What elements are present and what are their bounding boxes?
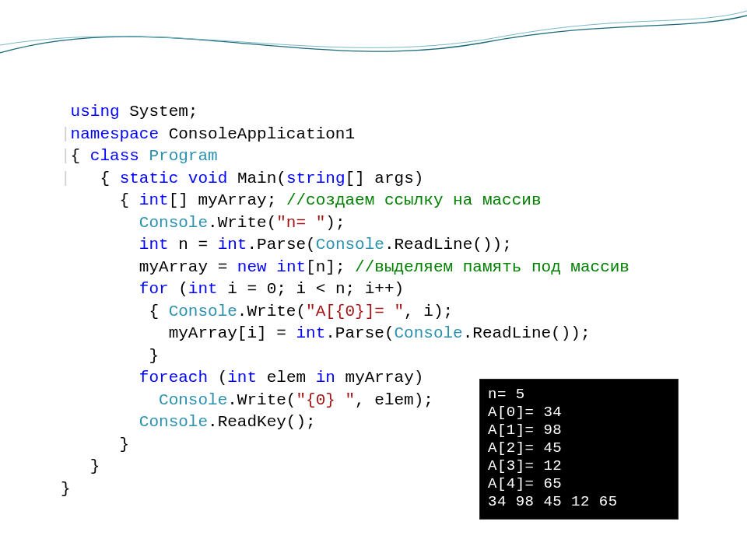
code-line: Console.ReadKey(); bbox=[61, 413, 316, 431]
code-line: } bbox=[61, 347, 159, 365]
console-line: n= 5 bbox=[488, 386, 525, 403]
console-line: A[0]= 34 bbox=[488, 404, 562, 421]
code-line: { int[] myArray; //создаем ссылку на мас… bbox=[61, 191, 542, 209]
code-line: } bbox=[61, 457, 100, 475]
console-line: 34 98 45 12 65 bbox=[488, 493, 618, 510]
console-line: A[3]= 12 bbox=[488, 457, 562, 474]
console-line: A[2]= 45 bbox=[488, 439, 562, 457]
console-line: A[4]= 65 bbox=[488, 475, 562, 492]
code-line: myArray[i] = int.Parse(Console.ReadLine(… bbox=[61, 324, 591, 342]
code-line: foreach (int elem in myArray) bbox=[61, 369, 423, 387]
code-line: |{ class Program bbox=[61, 147, 218, 165]
code-line: int n = int.Parse(Console.ReadLine()); bbox=[61, 236, 512, 254]
code-line: Console.Write("{0} ", elem); bbox=[61, 391, 433, 409]
console-output: n= 5 A[0]= 34 A[1]= 98 A[2]= 45 A[3]= 12… bbox=[479, 379, 679, 520]
code-line: } bbox=[61, 436, 129, 453]
code-line: myArray = new int[n]; //выделяем память … bbox=[61, 258, 630, 276]
console-line: A[1]= 98 bbox=[488, 422, 562, 439]
code-line: | { static void Main(string[] args) bbox=[61, 170, 423, 187]
code-line: Console.Write("n= "); bbox=[61, 214, 345, 232]
code-line: } bbox=[61, 480, 71, 498]
decorative-swoosh bbox=[0, 0, 747, 78]
code-line: |namespace ConsoleApplication1 bbox=[61, 125, 355, 143]
code-line: { Console.Write("A[{0}]= ", i); bbox=[61, 303, 453, 320]
code-line: using System; bbox=[61, 103, 198, 121]
code-line: for (int i = 0; i < n; i++) bbox=[61, 280, 404, 298]
